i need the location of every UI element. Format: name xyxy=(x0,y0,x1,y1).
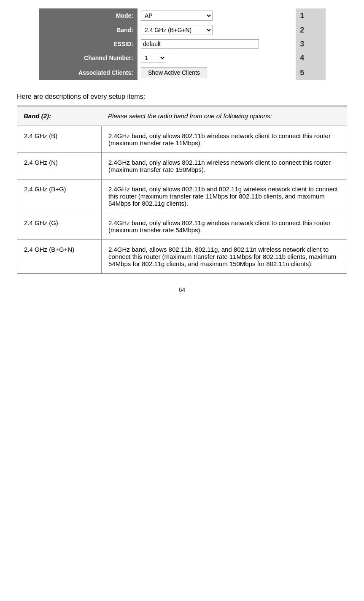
essid-input[interactable] xyxy=(141,39,259,49)
band-option-def-2: 2.4GHz band, only allows 802.11b and 802… xyxy=(102,179,347,213)
band-option-def-3: 2.4GHz band, only allows 802.11g wireles… xyxy=(102,213,347,240)
band-option-term-0: 2.4 GHz (B) xyxy=(17,126,102,153)
band-option-term-1: 2.4 GHz (N) xyxy=(17,153,102,179)
band-row: Band: 2.4 GHz (B) 2.4 GHz (N) 2.4 GHz (B… xyxy=(39,23,326,37)
mode-select[interactable]: AP Client WDS AP+WDS xyxy=(141,11,213,21)
mode-value[interactable]: AP Client WDS AP+WDS xyxy=(138,8,296,23)
clients-number: 5 xyxy=(296,65,325,80)
channel-value[interactable]: 1 2 3 4 5 6 7 8 9 10 11 12 13 xyxy=(138,51,296,65)
essid-label: ESSID: xyxy=(39,37,138,51)
channel-number: 4 xyxy=(296,51,325,65)
channel-select[interactable]: 1 2 3 4 5 6 7 8 9 10 11 12 13 xyxy=(141,53,166,63)
band-option-term-3: 2.4 GHz (G) xyxy=(17,213,102,240)
band-option-row-1: 2.4 GHz (N)2.4GHz band, only allows 802.… xyxy=(17,153,347,179)
mode-number: 1 xyxy=(296,8,325,23)
band-value[interactable]: 2.4 GHz (B) 2.4 GHz (N) 2.4 GHz (B+G) 2.… xyxy=(138,23,296,37)
band-option-row-4: 2.4 GHz (B+G+N)2.4GHz band, allows 802.1… xyxy=(17,240,347,274)
essid-row: ESSID: 3 xyxy=(39,37,326,51)
settings-table: Mode: AP Client WDS AP+WDS 1 Band: 2.4 G… xyxy=(39,8,326,80)
clients-row: Associated Clients: Show Active Clients … xyxy=(39,65,326,80)
show-active-clients-button[interactable]: Show Active Clients xyxy=(141,67,207,78)
band-option-row-2: 2.4 GHz (B+G)2.4GHz band, only allows 80… xyxy=(17,179,347,213)
band-option-term-2: 2.4 GHz (B+G) xyxy=(17,179,102,213)
channel-row: Channel Number: 1 2 3 4 5 6 7 8 9 10 11 … xyxy=(39,51,326,65)
clients-value[interactable]: Show Active Clients xyxy=(138,65,296,80)
band-option-row-3: 2.4 GHz (G)2.4GHz band, only allows 802.… xyxy=(17,213,347,240)
mode-label: Mode: xyxy=(39,8,138,23)
essid-number: 3 xyxy=(296,37,325,51)
essid-value[interactable] xyxy=(138,37,296,51)
band-label: Band: xyxy=(39,23,138,37)
mode-row: Mode: AP Client WDS AP+WDS 1 xyxy=(39,8,326,23)
band-number: 2 xyxy=(296,23,325,37)
desc-header-row: Band (2): Please select the radio band f… xyxy=(17,106,347,126)
description-intro: Here are descriptions of every setup ite… xyxy=(17,93,347,101)
band-option-def-4: 2.4GHz band, allows 802.11b, 802.11g, an… xyxy=(102,240,347,274)
description-table: Band (2): Please select the radio band f… xyxy=(17,106,347,126)
band-option-def-1: 2.4GHz band, only allows 802.11n wireles… xyxy=(102,153,347,179)
page-number: 64 xyxy=(17,286,347,293)
band-option-term-4: 2.4 GHz (B+G+N) xyxy=(17,240,102,274)
desc-header-term: Band (2): xyxy=(17,106,101,126)
band-option-row-0: 2.4 GHz (B)2.4GHz band, only allows 802.… xyxy=(17,126,347,153)
desc-header-def: Please select the radio band from one of… xyxy=(101,106,347,126)
band-options-table: 2.4 GHz (B)2.4GHz band, only allows 802.… xyxy=(17,126,347,274)
band-select[interactable]: 2.4 GHz (B) 2.4 GHz (N) 2.4 GHz (B+G) 2.… xyxy=(141,25,213,35)
band-option-def-0: 2.4GHz band, only allows 802.11b wireles… xyxy=(102,126,347,153)
channel-label: Channel Number: xyxy=(39,51,138,65)
clients-label: Associated Clients: xyxy=(39,65,138,80)
